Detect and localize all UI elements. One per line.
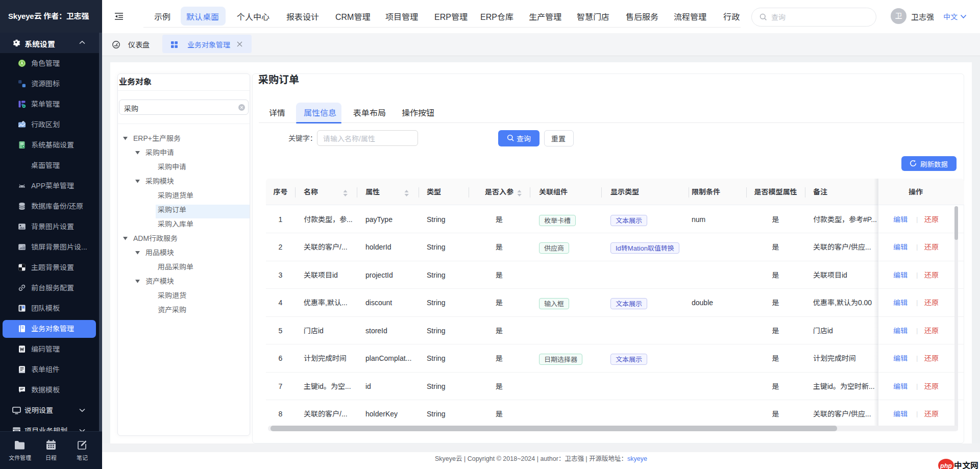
svg-text:php: php: [940, 462, 952, 469]
